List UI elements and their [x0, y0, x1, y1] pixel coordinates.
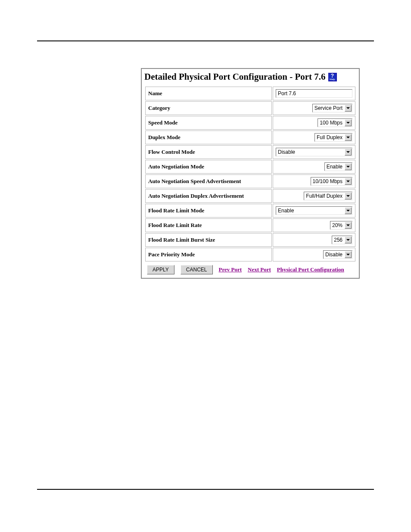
field-value-cell: 100 Mbps	[273, 116, 355, 130]
select-value: 10/100 Mbps	[313, 178, 344, 184]
select-field[interactable]: 256	[332, 236, 352, 244]
chevron-down-icon	[345, 178, 352, 185]
field-value-cell: 10/100 Mbps	[273, 174, 355, 188]
field-label: Category	[145, 101, 272, 115]
table-row: Name	[145, 87, 355, 100]
table-row: Flood Rate Limit ModeEnable	[145, 204, 355, 218]
field-label: Flood Rate Limit Mode	[145, 204, 272, 218]
chevron-down-icon	[345, 193, 352, 199]
field-label: Pace Priority Mode	[145, 248, 272, 261]
footer-row: APPLY CANCEL Prev Port Next Port Physica…	[144, 265, 356, 274]
field-label: Flood Rate Limit Rate	[145, 218, 272, 232]
field-label: Auto Negotiation Speed Advertisement	[145, 174, 272, 188]
name-input[interactable]	[276, 89, 352, 98]
top-rule	[37, 40, 374, 41]
table-row: Flood Rate Limit Rate20%	[145, 218, 355, 232]
help-icon[interactable]: ? Help	[328, 73, 337, 81]
field-label: Auto Negotiation Mode	[145, 160, 272, 174]
field-value-cell: Service Port	[273, 101, 355, 115]
chevron-down-icon	[345, 236, 352, 243]
select-field[interactable]: Disable	[323, 250, 352, 259]
field-value-cell: Disable	[273, 145, 355, 159]
panel-title-row: Detailed Physical Port Configuration - P…	[144, 71, 356, 86]
help-question-mark: ?	[331, 74, 334, 78]
select-field[interactable]: 100 Mbps	[318, 118, 352, 127]
field-value-cell	[273, 87, 355, 100]
panel-title: Detailed Physical Port Configuration - P…	[144, 72, 326, 82]
select-value: 20%	[332, 222, 344, 228]
field-value-cell: Enable	[273, 160, 355, 174]
chevron-down-icon	[345, 105, 352, 112]
field-value-cell: Full/Half Duplex	[273, 189, 355, 203]
select-value: Service Port	[314, 105, 344, 111]
select-value: Full Duplex	[317, 134, 344, 140]
select-value: Full/Half Duplex	[306, 193, 344, 199]
table-row: CategoryService Port	[145, 101, 355, 115]
config-tbody: NameCategoryService PortSpeed Mode100 Mb…	[145, 87, 355, 261]
field-value-cell: 20%	[273, 218, 355, 232]
field-label: Speed Mode	[145, 116, 272, 130]
chevron-down-icon	[345, 222, 352, 229]
chevron-down-icon	[345, 149, 352, 156]
table-row: Auto Negotiation Speed Advertisement10/1…	[145, 174, 355, 188]
select-field[interactable]: Disable	[276, 148, 352, 156]
field-label: Flood Rate Limit Burst Size	[145, 233, 272, 247]
config-panel: Detailed Physical Port Configuration - P…	[141, 68, 360, 279]
select-field[interactable]: 10/100 Mbps	[311, 177, 352, 186]
field-label: Duplex Mode	[145, 131, 272, 144]
select-field[interactable]: Service Port	[312, 104, 352, 112]
field-label: Name	[145, 87, 272, 100]
select-value: Enable	[327, 164, 344, 170]
select-value: Disable	[325, 252, 344, 258]
chevron-down-icon	[345, 119, 352, 126]
apply-button[interactable]: APPLY	[147, 265, 174, 274]
select-value: 100 Mbps	[320, 120, 344, 126]
table-row: Speed Mode100 Mbps	[145, 116, 355, 130]
select-field[interactable]: Full/Half Duplex	[304, 192, 352, 200]
chevron-down-icon	[345, 163, 352, 170]
help-label: Help	[330, 78, 335, 81]
chevron-down-icon	[345, 207, 352, 214]
table-row: Flood Rate Limit Burst Size256	[145, 233, 355, 247]
physical-port-config-link[interactable]: Physical Port Configuration	[277, 266, 344, 273]
table-row: Duplex ModeFull Duplex	[145, 131, 355, 144]
select-field[interactable]: 20%	[330, 221, 352, 230]
bottom-rule	[37, 489, 374, 490]
field-value-cell: Disable	[273, 248, 355, 261]
field-value-cell: Full Duplex	[273, 131, 355, 144]
config-table: NameCategoryService PortSpeed Mode100 Mb…	[144, 86, 356, 262]
table-row: Pace Priority ModeDisable	[145, 248, 355, 261]
chevron-down-icon	[345, 251, 352, 258]
page: Detailed Physical Port Configuration - P…	[0, 0, 411, 532]
prev-port-link[interactable]: Prev Port	[219, 266, 242, 273]
select-field[interactable]: Enable	[276, 206, 352, 215]
field-label: Flow Control Mode	[145, 145, 272, 159]
cancel-button[interactable]: CANCEL	[181, 265, 213, 274]
table-row: Flow Control ModeDisable	[145, 145, 355, 159]
select-value: Enable	[278, 208, 344, 214]
table-row: Auto Negotiation ModeEnable	[145, 160, 355, 174]
field-label: Auto Negotiation Duplex Advertisement	[145, 189, 272, 203]
field-value-cell: 256	[273, 233, 355, 247]
table-row: Auto Negotiation Duplex AdvertisementFul…	[145, 189, 355, 203]
field-value-cell: Enable	[273, 204, 355, 218]
next-port-link[interactable]: Next Port	[248, 266, 271, 273]
select-value: Disable	[278, 149, 344, 155]
chevron-down-icon	[345, 134, 352, 141]
select-field[interactable]: Enable	[324, 162, 352, 171]
select-value: 256	[334, 237, 344, 243]
select-field[interactable]: Full Duplex	[314, 133, 352, 142]
